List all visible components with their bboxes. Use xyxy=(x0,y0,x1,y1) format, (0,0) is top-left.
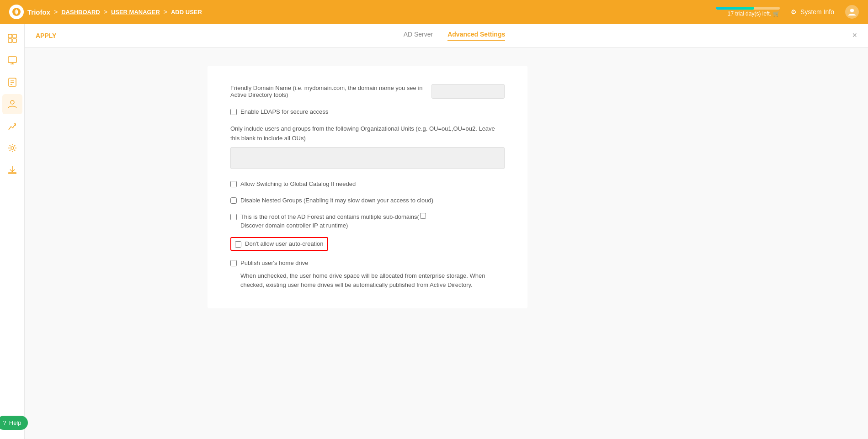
ad-forest-sub-checkbox[interactable] xyxy=(420,213,426,219)
sidebar-item-monitor[interactable] xyxy=(2,50,22,70)
svg-rect-3 xyxy=(13,34,16,38)
svg-point-8 xyxy=(11,100,14,104)
gear-icon: ⚙ xyxy=(791,8,797,16)
top-navigation: Triofox > DASHBOARD > USER MANAGER > ADD… xyxy=(0,0,868,24)
toolbar: APPLY AD Server Advanced Settings × xyxy=(25,24,868,48)
sidebar-item-files[interactable] xyxy=(2,72,22,92)
sidebar-item-settings[interactable] xyxy=(2,138,22,158)
close-button[interactable]: × xyxy=(852,31,857,40)
publish-home-label: Publish user's home drive xyxy=(240,259,308,267)
publish-home-checkbox[interactable] xyxy=(230,260,237,266)
ou-description: Only include users and groups from the f… xyxy=(230,124,505,143)
trial-bar xyxy=(716,7,780,10)
enable-ldaps-checkbox[interactable] xyxy=(230,109,237,115)
main-content: APPLY AD Server Advanced Settings × Frie… xyxy=(25,24,868,439)
global-catalog-row: Allow Switching to Global Catalog If nee… xyxy=(230,180,505,188)
sidebar-item-dashboard[interactable] xyxy=(2,28,22,48)
svg-rect-7 xyxy=(9,78,16,86)
form-section: Friendly Domain Name (i.e. mydomain.com,… xyxy=(208,66,527,308)
logo-icon xyxy=(9,5,24,19)
breadcrumb-user-manager[interactable]: USER MANAGER xyxy=(111,9,160,16)
help-icon: ? xyxy=(3,419,6,426)
sidebar-item-analytics[interactable] xyxy=(2,116,22,136)
sidebar-bottom: ? Help xyxy=(0,416,28,430)
friendly-domain-row: Friendly Domain Name (i.e. mydomain.com,… xyxy=(230,84,505,99)
global-catalog-label: Allow Switching to Global Catalog If nee… xyxy=(240,180,356,188)
no-auto-creation-highlight: Don't allow user auto-creation xyxy=(230,237,328,251)
no-auto-creation-label: Don't allow user auto-creation xyxy=(245,240,324,248)
system-info-button[interactable]: ⚙ System Info xyxy=(791,8,834,16)
svg-rect-2 xyxy=(8,34,12,38)
brand-name: Triofox xyxy=(27,8,50,16)
nav-breadcrumb-area: Triofox > DASHBOARD > USER MANAGER > ADD… xyxy=(9,5,202,19)
trial-info: 17 trial day(s) left. 🛒 xyxy=(716,7,780,17)
disable-nested-label: Disable Nested Groups (Enabling it may s… xyxy=(240,196,433,205)
ad-forest-label: This is the root of the AD Forest and co… xyxy=(240,213,427,220)
content-area: Friendly Domain Name (i.e. mydomain.com,… xyxy=(25,48,868,439)
friendly-domain-label: Friendly Domain Name (i.e. mydomain.com,… xyxy=(230,85,424,98)
user-avatar-button[interactable] xyxy=(845,5,859,19)
system-info-label: System Info xyxy=(800,8,834,16)
ou-input[interactable] xyxy=(230,147,505,169)
disable-nested-row: Disable Nested Groups (Enabling it may s… xyxy=(230,196,505,205)
breadcrumb-add-user: ADD USER xyxy=(171,9,202,16)
nav-right-area: 17 trial day(s) left. 🛒 ⚙ System Info xyxy=(716,5,859,19)
publish-home-description: When unchecked, the user home drive spac… xyxy=(240,271,505,291)
ou-section: Only include users and groups from the f… xyxy=(230,124,505,180)
tab-ad-server[interactable]: AD Server xyxy=(404,31,433,41)
trial-bar-fill xyxy=(716,7,754,10)
discover-label: Discover domain controller IP at runtime… xyxy=(240,222,348,229)
sidebar: ? Help xyxy=(0,24,25,439)
breadcrumb-dashboard[interactable]: DASHBOARD xyxy=(61,9,100,16)
svg-rect-6 xyxy=(8,57,16,63)
friendly-domain-input[interactable] xyxy=(431,84,505,99)
apply-button[interactable]: APPLY xyxy=(36,32,56,39)
discover-row: Discover domain controller IP at runtime… xyxy=(240,222,505,229)
sidebar-item-downloads[interactable] xyxy=(2,160,22,180)
sidebar-item-users[interactable] xyxy=(2,94,22,114)
ad-forest-checkbox[interactable] xyxy=(230,214,237,220)
publish-home-row: Publish user's home drive xyxy=(230,259,505,267)
tab-advanced-settings[interactable]: Advanced Settings xyxy=(447,31,505,41)
global-catalog-checkbox[interactable] xyxy=(230,181,237,187)
svg-point-9 xyxy=(11,147,14,149)
tabs-area: AD Server Advanced Settings xyxy=(404,31,506,41)
help-label: Help xyxy=(9,419,21,426)
cart-icon[interactable]: 🛒 xyxy=(773,11,780,17)
trial-text: 17 trial day(s) left. 🛒 xyxy=(728,11,780,17)
svg-rect-5 xyxy=(13,39,16,42)
sep2: > xyxy=(104,8,107,16)
svg-point-1 xyxy=(850,9,854,12)
disable-nested-checkbox[interactable] xyxy=(230,197,237,204)
no-auto-creation-checkbox[interactable] xyxy=(235,241,241,248)
no-auto-creation-row: Don't allow user auto-creation xyxy=(230,237,505,251)
help-button[interactable]: ? Help xyxy=(0,416,28,430)
sep1: > xyxy=(54,8,58,16)
sep3: > xyxy=(164,8,167,16)
ad-forest-section: This is the root of the AD Forest and co… xyxy=(230,213,505,229)
ad-forest-row: This is the root of the AD Forest and co… xyxy=(230,213,505,220)
svg-rect-4 xyxy=(8,39,12,42)
enable-ldaps-row: Enable LDAPS for secure access xyxy=(230,108,505,116)
enable-ldaps-label: Enable LDAPS for secure access xyxy=(240,108,328,116)
